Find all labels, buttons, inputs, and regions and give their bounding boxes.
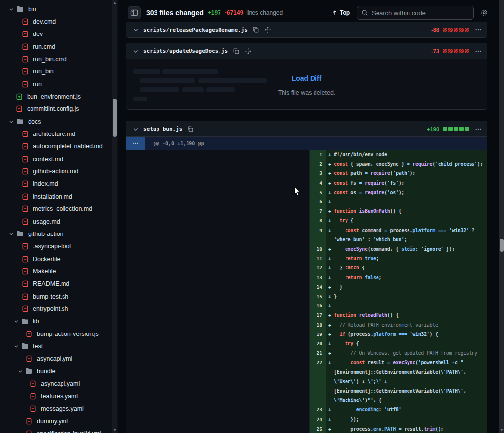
tree-file-item[interactable]: features.yaml: [0, 390, 118, 402]
line-number[interactable]: 10: [310, 244, 326, 254]
sidebar-scrollbar[interactable]: [112, 0, 117, 433]
tree-file-item[interactable]: github-action.md: [0, 165, 118, 177]
collapse-button[interactable]: [131, 25, 140, 34]
tree-file-item[interactable]: installation.md: [0, 190, 118, 202]
page-scrollbar-thumb[interactable]: [500, 239, 504, 252]
tree-file-item[interactable]: .asyncapi-tool: [0, 240, 118, 253]
file-options-button[interactable]: [475, 126, 482, 133]
tree-file-item[interactable]: messages.yaml: [0, 402, 118, 415]
tree-file-item[interactable]: asyncapi.yaml: [0, 377, 118, 390]
line-number[interactable]: 17: [310, 310, 326, 320]
added-code-line: 23+ encoding: 'utf8': [310, 405, 487, 414]
line-number[interactable]: 13: [310, 273, 326, 282]
line-number[interactable]: 5: [310, 188, 326, 197]
copy-path-button[interactable]: [233, 48, 240, 55]
tree-file-item[interactable]: specification-invalid.yml: [0, 428, 118, 433]
collapse-button[interactable]: [131, 125, 140, 133]
search-input[interactable]: [372, 9, 460, 17]
tree-file-item[interactable]: entrypoint.sh: [0, 302, 118, 315]
settings-button[interactable]: [480, 9, 488, 17]
tree-item-label: autocompleteEnabled.md: [33, 143, 103, 150]
line-number[interactable]: 2: [310, 159, 326, 168]
line-number[interactable]: 9: [310, 226, 326, 244]
tree-file-item[interactable]: metrics_collection.md: [0, 203, 118, 215]
line-number[interactable]: 8: [310, 216, 326, 225]
tree-file-item[interactable]: bump-test.sh: [0, 290, 118, 302]
file-header[interactable]: setup_bun.js +190: [126, 121, 487, 137]
scroll-down-arrow-icon[interactable]: [500, 429, 503, 431]
line-number[interactable]: 12: [310, 263, 326, 272]
page-scrollbar[interactable]: [499, 0, 504, 433]
code-text: function reloadPath() {: [334, 310, 487, 320]
line-number[interactable]: 6: [310, 197, 326, 206]
tree-folder-item[interactable]: lib: [0, 315, 118, 328]
tree-file-item[interactable]: dummy.yml: [0, 415, 118, 427]
scroll-to-top-button[interactable]: Top: [332, 9, 350, 16]
line-number[interactable]: 1: [310, 150, 326, 159]
expand-hunk-button[interactable]: [126, 137, 145, 150]
line-number[interactable]: 14: [310, 282, 326, 292]
tree-file-item[interactable]: asyncapi.yml: [0, 353, 118, 365]
line-number[interactable]: 25: [310, 424, 326, 433]
file-header[interactable]: scripts/updateUsageDocs.js -73: [126, 43, 487, 59]
file-name[interactable]: scripts/updateUsageDocs.js: [143, 48, 228, 54]
tree-file-item[interactable]: README.md: [0, 278, 118, 290]
tree-folder-item[interactable]: bin: [0, 3, 118, 15]
tree-file-item[interactable]: index.md: [0, 178, 118, 190]
chevron-down-icon: [18, 369, 23, 374]
tree-folder-item[interactable]: bundle: [0, 365, 118, 377]
tree-file-item[interactable]: dev: [0, 28, 118, 40]
tree-folder-item[interactable]: docs: [0, 115, 118, 128]
file-name[interactable]: scripts/releasePackagesRename.js: [143, 27, 248, 33]
scroll-up-arrow-icon[interactable]: [113, 2, 116, 4]
load-diff-button[interactable]: Load Diff: [292, 74, 322, 82]
tree-file-item[interactable]: dev.cmd: [0, 15, 118, 28]
drag-handle[interactable]: [245, 48, 252, 55]
tree-file-item[interactable]: commitlint.config.js: [0, 103, 118, 115]
scroll-down-arrow-icon[interactable]: [113, 429, 116, 431]
sidebar-scrollbar-thumb[interactable]: [113, 99, 117, 137]
file-header[interactable]: scripts/releasePackagesRename.js -88: [126, 22, 487, 37]
line-number[interactable]: 18: [310, 320, 326, 330]
copy-path-button[interactable]: [187, 126, 194, 133]
line-number[interactable]: 16: [310, 301, 326, 310]
tree-file-item[interactable]: Dockerfile: [0, 253, 118, 265]
tree-file-item[interactable]: bun_environment.js: [0, 90, 118, 102]
line-number[interactable]: 11: [310, 254, 326, 263]
tree-file-item[interactable]: architecture.md: [0, 128, 118, 140]
added-code-line: 9+ const command = process.platform === …: [310, 226, 487, 244]
tree-file-item[interactable]: run: [0, 78, 118, 90]
tree-file-item[interactable]: run_bin: [0, 66, 118, 78]
file-options-button[interactable]: [475, 48, 482, 55]
copy-path-button[interactable]: [252, 26, 259, 33]
line-number[interactable]: 23: [310, 405, 326, 414]
line-number[interactable]: 21: [310, 348, 326, 358]
line-number[interactable]: 22: [310, 358, 326, 405]
line-number[interactable]: 3: [310, 168, 326, 178]
file-name[interactable]: setup_bun.js: [143, 126, 182, 132]
tree-file-item[interactable]: run.cmd: [0, 40, 118, 53]
search-within-code-box[interactable]: [357, 6, 474, 20]
line-number[interactable]: 24: [310, 415, 326, 424]
line-number[interactable]: 20: [310, 339, 326, 348]
tree-file-item[interactable]: usage.md: [0, 215, 118, 228]
line-number[interactable]: 7: [310, 206, 326, 216]
tree-file-item[interactable]: Makefile: [0, 265, 118, 277]
tree-folder-item[interactable]: test: [0, 340, 118, 352]
drag-handle[interactable]: [264, 26, 271, 33]
addition-marker: +: [326, 197, 334, 206]
line-number[interactable]: 4: [310, 178, 326, 188]
file-options-button[interactable]: [475, 26, 482, 33]
tree-file-item[interactable]: bump-action-version.js: [0, 328, 118, 340]
tree-item-label: run.cmd: [33, 43, 55, 50]
collapse-button[interactable]: [131, 47, 140, 56]
tree-file-item[interactable]: autocompleteEnabled.md: [0, 140, 118, 153]
line-number[interactable]: 19: [310, 330, 326, 339]
tree-file-item[interactable]: run_bin.cmd: [0, 53, 118, 65]
tree-folder-item[interactable]: github-action: [0, 228, 118, 240]
code-text: return false;: [334, 273, 487, 282]
line-number[interactable]: 15: [310, 292, 326, 301]
file-tree-toggle-button[interactable]: [128, 6, 141, 19]
tree-file-item[interactable]: context.md: [0, 153, 118, 165]
tree-item-label: Makefile: [33, 268, 56, 275]
